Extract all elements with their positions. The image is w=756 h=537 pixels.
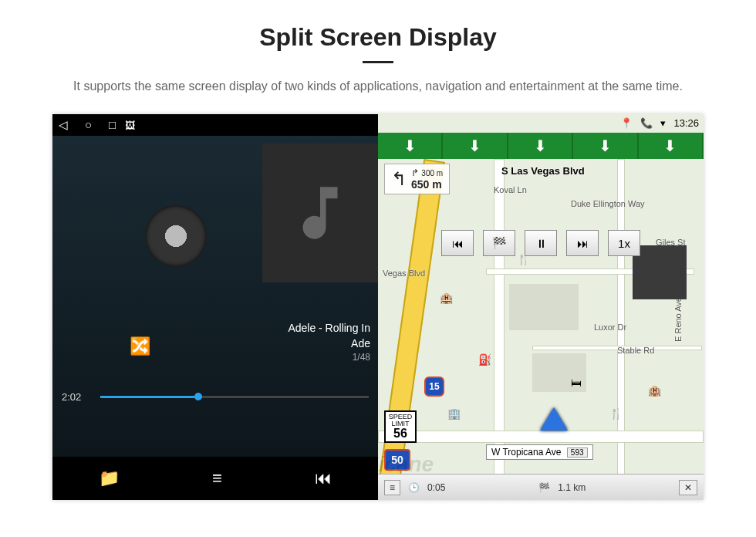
nav-remaining-distance: 1.1 km [558,482,586,493]
lane-arrow-icon: ⬇ [443,133,508,159]
building-block [633,245,687,299]
poi-icon[interactable]: 🏨 [440,292,453,304]
sim-flag-button[interactable]: 🏁 [483,230,515,256]
nav-dest-flag-icon: 🏁 [538,482,550,493]
music-app: ◁ ○ □ 🖼 🔀 Adele - Rolling In Ade 1/48 2:… [52,114,378,500]
road-label-vegas: Vegas Blvd [383,268,425,278]
nav-eta-clock-icon: 🕒 [408,482,420,493]
vehicle-cursor-icon [540,407,568,431]
speed-limit-sign: SPEED LIMIT 56 [384,410,417,443]
poi-icon[interactable]: 🍴 [609,407,623,420]
progress-track[interactable] [100,396,369,398]
clock: 13:26 [673,117,699,129]
player-body: 🔀 Adele - Rolling In Ade 1/48 2:02 [52,136,378,457]
home-button[interactable]: ○ [85,118,92,132]
location-icon: 📍 [620,117,633,129]
folder-button[interactable]: 📁 [99,468,120,488]
road-label-reno: E Reno Ave [673,297,683,342]
sim-prev-button[interactable]: ⏮ [441,230,474,256]
lane-arrow-icon: ⬇ [378,133,443,159]
map-playback-controls: ⏮ 🏁 ⏸ ⏭ 1x [441,230,640,256]
lane-arrow-icon: ⬇ [508,133,573,159]
turn-primary-icon: ↰ [391,168,407,190]
building-block [509,284,579,330]
road [494,159,505,475]
road-label-luxor: Luxor Dr [594,323,626,332]
track-artist: Ade [288,336,370,352]
poi-icon[interactable]: 🏨 [648,384,661,397]
nav-close-button[interactable]: ✕ [679,480,697,495]
road-label-duke: Duke Ellington Way [571,199,645,208]
shuffle-button[interactable]: 🔀 [130,336,150,356]
back-button[interactable]: ◁ [59,118,68,132]
elapsed-time: 2:02 [62,391,93,403]
page-title: Split Screen Display [0,23,756,52]
page-description: It supports the same screen display of t… [62,77,694,96]
current-road-label: W Tropicana Ave 593 [486,444,593,460]
device-frame: ◁ ○ □ 🖼 🔀 Adele - Rolling In Ade 1/48 2:… [52,114,704,500]
progress-knob[interactable] [194,393,202,400]
current-road-number: 593 [567,448,588,458]
poi-icon[interactable]: ⛽ [478,353,491,366]
phone-icon[interactable]: 📞 [640,117,653,129]
sim-pause-button[interactable]: ⏸ [525,230,557,256]
lane-arrow-icon: ⬇ [573,133,638,159]
nav-eta-time: 0:05 [427,482,445,493]
road-label-stable: Stable Rd [617,346,654,355]
turn-distance: 650 m [411,178,442,191]
road-label-koval: Koval Ln [494,185,527,194]
progress-fill [100,396,194,398]
track-index: 1/48 [288,351,370,364]
current-road-name: W Tropicana Ave [491,447,562,458]
poi-icon[interactable]: 🛏 [571,377,582,389]
poi-icon[interactable]: 🏢 [447,407,461,420]
road [378,431,704,443]
cd-disc-icon [145,205,207,267]
speed-limit-value: 56 [386,427,415,440]
status-right: 📍 📞 ▾ 13:26 [620,117,699,129]
lane-arrow-icon: ⬇ [639,133,704,159]
turn-secondary-distance: 300 m [421,169,443,177]
track-info: Adele - Rolling In Ade 1/48 [288,321,370,364]
prev-track-button[interactable]: ⏮ [315,468,332,488]
image-icon: 🖼 [125,120,135,131]
album-art-placeholder [262,144,378,282]
sim-speed-button[interactable]: 1x [608,230,640,256]
music-note-icon [285,178,355,248]
nav-menu-button[interactable]: ≡ [384,480,400,495]
sim-next-button[interactable]: ⏭ [566,230,599,256]
turn-instruction-panel: ↰ ↱ 300 m 650 m [384,164,450,194]
nav-bottom-bar: ≡ 🕒 0:05 🏁 1.1 km ✕ [378,474,704,500]
turn-secondary-icon: ↱ [411,167,419,178]
player-bottom-bar: 📁 ≡ ⏮ [52,457,378,500]
recent-button[interactable]: □ [109,118,116,132]
wifi-icon: ▾ [660,117,666,129]
navigation-app: 📍 📞 ▾ 13:26 ⬇ ⬇ ⬇ ⬇ ⬇ S Las Vegas Blvd K… [378,114,704,500]
road-label-main: S Las Vegas Blvd [501,165,585,177]
lane-guidance-strip: ⬇ ⬇ ⬇ ⬇ ⬇ [378,133,704,159]
track-title: Adele - Rolling In [288,321,370,336]
interstate-shield: 15 [424,377,444,397]
android-statusbar: ◁ ○ □ 🖼 [52,114,378,136]
title-underline [363,61,393,63]
highway-shield: 50 [384,449,410,471]
playlist-button[interactable]: ≡ [212,468,222,488]
progress-row: 2:02 [52,391,378,403]
